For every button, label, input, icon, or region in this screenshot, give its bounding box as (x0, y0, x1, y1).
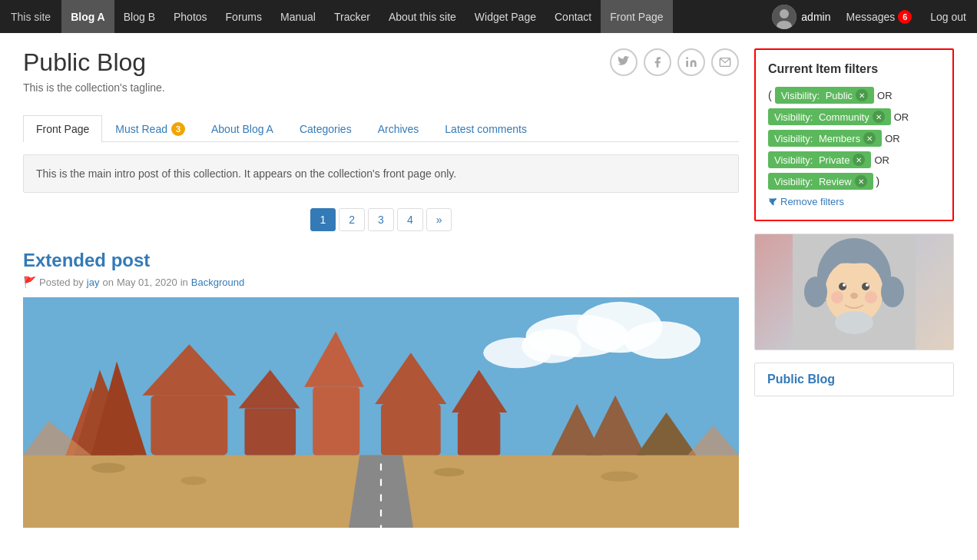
filter-row-members: Visibility: Members ✕ OR (768, 130, 940, 147)
email-icon[interactable] (711, 48, 739, 76)
page-4[interactable]: 4 (397, 208, 423, 231)
messages-label: Messages (846, 11, 895, 23)
svg-point-41 (881, 277, 904, 307)
post-category-link[interactable]: Background (191, 277, 244, 288)
widget-image-box (754, 234, 954, 350)
messages-link[interactable]: Messages 6 (838, 0, 919, 33)
logout-link[interactable]: Log out (919, 0, 977, 33)
svg-point-35 (601, 472, 638, 482)
posted-by-label: Posted by (39, 277, 84, 288)
nav-forums[interactable]: Forums (217, 0, 271, 33)
blog-title: Public Blog (23, 48, 165, 77)
svg-point-40 (804, 277, 827, 307)
filter-row-review: Visibility: Review ✕ ) (768, 173, 940, 190)
blog-header: Public Blog This is the collection's tag… (23, 48, 165, 94)
tab-front-page[interactable]: Front Page (23, 115, 102, 142)
svg-point-42 (839, 283, 846, 290)
public-blog-widget-title[interactable]: Public Blog (767, 373, 941, 386)
filter-row-community: Visibility: Community ✕ OR (768, 108, 940, 125)
intro-box: This is the main intro post of this coll… (23, 154, 739, 193)
filter-or-4: OR (874, 154, 889, 166)
must-read-badge: 3 (171, 122, 185, 136)
on-label: on (102, 277, 113, 288)
linkedin-icon[interactable] (677, 48, 705, 76)
svg-point-44 (843, 283, 846, 287)
nav-manual[interactable]: Manual (271, 0, 325, 33)
facebook-icon[interactable] (644, 48, 671, 76)
filter-or-1: OR (877, 90, 893, 101)
username[interactable]: admin (801, 11, 830, 23)
filter-badge-public: Visibility: Public ✕ (775, 87, 874, 104)
filter-remove-review[interactable]: ✕ (855, 175, 867, 187)
nav-front-page[interactable]: Front Page (601, 0, 672, 33)
nav-blog-b[interactable]: Blog B (114, 0, 164, 33)
filter-value-members: Members (819, 133, 860, 144)
nav-links: Blog A Blog B Photos Forums Manual Track… (61, 0, 764, 33)
site-name[interactable]: This site (0, 11, 61, 23)
filter-badge-review: Visibility: Review ✕ (768, 173, 873, 190)
filter-value-community: Community (819, 111, 869, 123)
svg-point-49 (835, 311, 873, 334)
nav-blog-a[interactable]: Blog A (61, 0, 114, 33)
svg-rect-17 (151, 396, 227, 456)
tab-about-blog-a[interactable]: About Blog A (198, 115, 286, 142)
nav-photos[interactable]: Photos (164, 0, 217, 33)
page-1[interactable]: 1 (310, 208, 336, 231)
social-icons (610, 48, 739, 76)
filter-title: Current Item filters (768, 62, 940, 76)
tab-archives[interactable]: Archives (365, 115, 432, 142)
post-title: Extended post (23, 250, 739, 271)
page-3[interactable]: 3 (368, 208, 394, 231)
page-next[interactable]: » (426, 208, 452, 231)
post-author-link[interactable]: jay (87, 277, 100, 288)
svg-rect-21 (313, 387, 359, 456)
filter-label-private: Visibility: (774, 154, 816, 166)
filter-remove-public[interactable]: ✕ (856, 89, 868, 101)
nav-contact[interactable]: Contact (545, 0, 601, 33)
remove-filters-button[interactable]: Remove filters (768, 196, 940, 207)
right-sidebar: Current Item filters ( Visibility: Publi… (754, 48, 954, 528)
twitter-icon[interactable] (610, 48, 638, 76)
nav-widget-page[interactable]: Widget Page (465, 0, 545, 33)
svg-rect-19 (244, 408, 296, 455)
filter-remove-members[interactable]: ✕ (863, 132, 876, 144)
svg-point-46 (850, 293, 858, 299)
tab-latest-comments[interactable]: Latest comments (432, 115, 540, 142)
svg-point-45 (866, 283, 869, 287)
tab-must-read[interactable]: Must Read 3 (102, 115, 198, 142)
post-meta: 🚩 Posted by jay on May 01, 2020 in Backg… (23, 276, 739, 288)
filter-label-members: Visibility: (774, 133, 816, 144)
svg-point-33 (180, 476, 206, 485)
filter-badge-private: Visibility: Private ✕ (768, 151, 871, 168)
filter-label-community: Visibility: (774, 111, 816, 123)
svg-point-48 (865, 291, 877, 303)
flag-icon: 🚩 (23, 276, 36, 288)
remove-filters-label: Remove filters (780, 196, 844, 207)
nav-tracker[interactable]: Tracker (325, 0, 379, 33)
post: Extended post 🚩 Posted by jay on May 01,… (23, 250, 739, 528)
blog-header-row: Public Blog This is the collection's tag… (23, 48, 739, 106)
filter-badge-members: Visibility: Members ✕ (768, 130, 882, 147)
top-navigation: This site Blog A Blog B Photos Forums Ma… (0, 0, 977, 33)
svg-point-1 (780, 9, 789, 18)
page-2[interactable]: 2 (339, 208, 365, 231)
filter-or-3: OR (885, 133, 900, 144)
avatar[interactable] (772, 5, 797, 29)
svg-point-10 (522, 329, 581, 363)
filter-remove-community[interactable]: ✕ (873, 111, 885, 123)
tab-categories[interactable]: Categories (286, 115, 365, 142)
baby-image (755, 234, 953, 350)
svg-rect-25 (458, 413, 500, 455)
filter-value-review: Review (819, 176, 852, 187)
post-image (23, 297, 739, 528)
filter-remove-private[interactable]: ✕ (853, 154, 865, 166)
nav-about-this-site[interactable]: About this site (379, 0, 465, 33)
messages-badge: 6 (898, 10, 912, 24)
svg-rect-23 (381, 404, 441, 456)
post-title-link[interactable]: Extended post (23, 250, 150, 270)
filter-or-2: OR (894, 111, 909, 123)
blog-tagline: This is the collection's tagline. (23, 81, 165, 94)
public-blog-widget: Public Blog (754, 363, 954, 396)
svg-point-32 (91, 462, 125, 472)
svg-marker-36 (769, 198, 777, 205)
